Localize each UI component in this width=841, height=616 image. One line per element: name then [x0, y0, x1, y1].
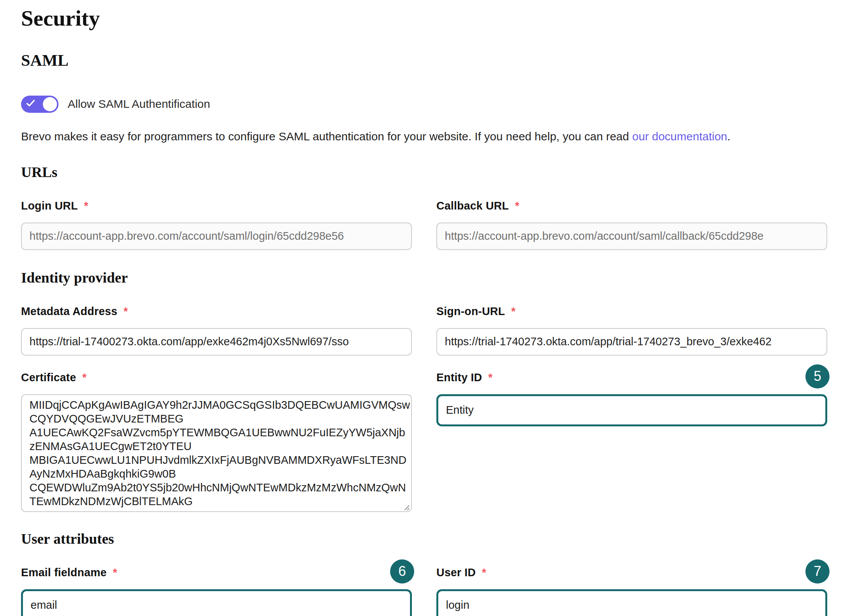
metadata-address-input[interactable]	[21, 328, 412, 356]
callback-url-label: Callback URL	[436, 200, 509, 212]
step-badge-7: 7	[805, 559, 830, 583]
required-asterisk: *	[511, 305, 515, 317]
user-attributes-row: 6 Email fieldname * 7 User ID *	[21, 566, 827, 616]
login-url-label-row: Login URL *	[21, 200, 412, 212]
page-title: Security	[21, 6, 827, 31]
certificate-field: Certificate *	[21, 371, 412, 514]
documentation-link[interactable]: our documentation	[632, 130, 727, 143]
certificate-label-row: Certificate *	[21, 371, 412, 384]
callback-url-label-row: Callback URL *	[436, 200, 827, 212]
user-id-input[interactable]	[436, 589, 827, 616]
required-asterisk: *	[124, 305, 128, 317]
user-id-label-row: User ID *	[436, 566, 827, 579]
urls-fields-row: Login URL * Callback URL *	[21, 200, 827, 250]
saml-description-period: .	[727, 130, 730, 143]
metadata-address-label-row: Metadata Address *	[21, 305, 412, 318]
saml-toggle-row: Allow SAML Authentification	[21, 96, 827, 113]
required-asterisk: *	[84, 200, 88, 212]
saml-toggle-label: Allow SAML Authentification	[68, 98, 210, 111]
email-fieldname-label-row: Email fieldname *	[21, 566, 412, 579]
sign-on-url-field: Sign-on-URL *	[436, 305, 827, 356]
sign-on-url-input[interactable]	[436, 328, 827, 356]
callback-url-field: Callback URL *	[436, 200, 827, 250]
saml-description: Brevo makes it easy for programmers to c…	[21, 129, 827, 144]
step-badge-6: 6	[390, 559, 414, 583]
email-fieldname-field: 6 Email fieldname *	[21, 566, 412, 616]
step-badge-5: 5	[805, 364, 830, 388]
metadata-address-label: Metadata Address	[21, 305, 117, 317]
identity-provider-heading: Identity provider	[21, 269, 827, 286]
user-id-field: 7 User ID *	[436, 566, 827, 616]
entity-id-input[interactable]	[436, 394, 827, 426]
callback-url-input[interactable]	[436, 223, 827, 250]
saml-toggle[interactable]	[21, 96, 59, 113]
security-settings-page: Security SAML Allow SAML Authentificatio…	[21, 6, 827, 616]
login-url-input[interactable]	[21, 223, 412, 250]
required-asterisk: *	[113, 566, 117, 579]
metadata-address-field: Metadata Address *	[21, 305, 412, 356]
user-attributes-heading: User attributes	[21, 530, 827, 547]
identity-provider-row-1: Metadata Address * Sign-on-URL *	[21, 305, 827, 356]
email-fieldname-label: Email fieldname	[21, 566, 107, 579]
check-icon	[26, 98, 35, 107]
user-id-label: User ID	[436, 566, 476, 579]
entity-id-label-row: Entity ID *	[436, 371, 827, 384]
login-url-label: Login URL	[21, 200, 78, 212]
required-asterisk: *	[482, 566, 486, 579]
urls-section-heading: URLs	[21, 164, 827, 180]
required-asterisk: *	[488, 371, 492, 384]
identity-provider-row-2: Certificate * 5 Entity ID *	[21, 371, 827, 514]
sign-on-url-label-row: Sign-on-URL *	[436, 305, 827, 318]
sign-on-url-label: Sign-on-URL	[436, 305, 505, 317]
saml-description-text: Brevo makes it easy for programmers to c…	[21, 130, 632, 143]
certificate-textarea[interactable]	[21, 394, 412, 512]
email-fieldname-input[interactable]	[21, 589, 412, 616]
entity-id-label: Entity ID	[436, 371, 482, 384]
certificate-label: Certificate	[21, 371, 76, 384]
required-asterisk: *	[515, 200, 519, 212]
login-url-field: Login URL *	[21, 200, 412, 250]
entity-id-field: 5 Entity ID *	[436, 371, 827, 426]
toggle-knob	[43, 97, 57, 111]
certificate-textarea-wrap	[21, 394, 412, 514]
required-asterisk: *	[82, 371, 86, 384]
saml-section-heading: SAML	[21, 51, 827, 70]
